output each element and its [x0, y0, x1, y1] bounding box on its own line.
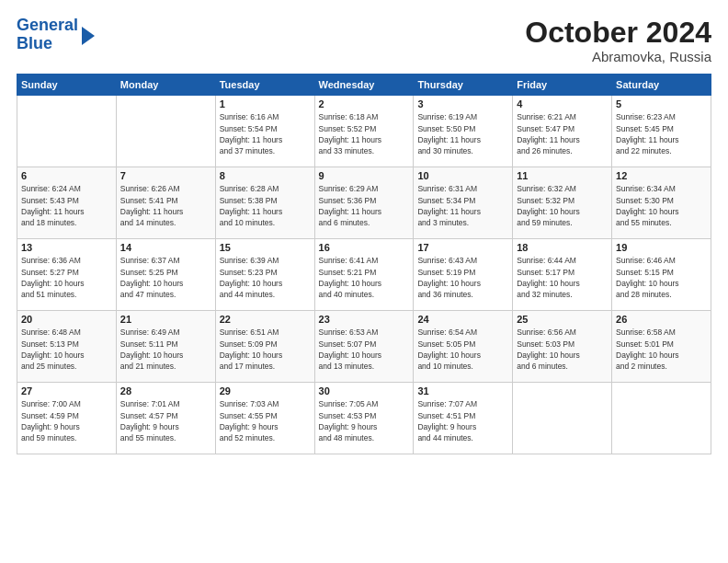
- day-info: Sunrise: 6:37 AM Sunset: 5:25 PM Dayligh…: [120, 255, 211, 300]
- day-number: 20: [21, 314, 112, 325]
- day-info: Sunrise: 7:00 AM Sunset: 4:59 PM Dayligh…: [21, 398, 112, 443]
- day-cell: [612, 383, 711, 454]
- day-info: Sunrise: 6:51 AM Sunset: 5:09 PM Dayligh…: [220, 327, 311, 372]
- day-cell: 25Sunrise: 6:56 AM Sunset: 5:03 PM Dayli…: [513, 311, 612, 383]
- day-number: 14: [120, 242, 211, 253]
- day-cell: 10Sunrise: 6:31 AM Sunset: 5:34 PM Dayli…: [414, 167, 513, 239]
- header-sunday: Sunday: [17, 75, 117, 96]
- location-title: Abramovka, Russia: [525, 49, 711, 64]
- day-info: Sunrise: 6:23 AM Sunset: 5:45 PM Dayligh…: [616, 111, 707, 156]
- day-info: Sunrise: 6:29 AM Sunset: 5:36 PM Dayligh…: [319, 183, 410, 228]
- logo: General Blue: [17, 17, 95, 53]
- day-cell: 21Sunrise: 6:49 AM Sunset: 5:11 PM Dayli…: [116, 311, 215, 383]
- title-block: October 2024 Abramovka, Russia: [525, 17, 711, 64]
- day-cell: 5Sunrise: 6:23 AM Sunset: 5:45 PM Daylig…: [612, 96, 711, 167]
- day-cell: 18Sunrise: 6:44 AM Sunset: 5:17 PM Dayli…: [513, 239, 612, 311]
- header-tuesday: Tuesday: [215, 75, 314, 96]
- day-cell: 12Sunrise: 6:34 AM Sunset: 5:30 PM Dayli…: [612, 167, 711, 239]
- day-number: 2: [319, 98, 410, 109]
- day-number: 30: [319, 385, 410, 396]
- day-number: 5: [616, 98, 707, 109]
- day-info: Sunrise: 6:46 AM Sunset: 5:15 PM Dayligh…: [616, 255, 707, 300]
- day-number: 6: [21, 170, 112, 181]
- page: General Blue October 2024 Abramovka, Rus…: [0, 0, 728, 563]
- day-info: Sunrise: 6:56 AM Sunset: 5:03 PM Dayligh…: [517, 327, 608, 372]
- day-cell: 3Sunrise: 6:19 AM Sunset: 5:50 PM Daylig…: [414, 96, 513, 167]
- day-cell: 6Sunrise: 6:24 AM Sunset: 5:43 PM Daylig…: [17, 167, 117, 239]
- day-number: 17: [417, 242, 508, 253]
- day-cell: 29Sunrise: 7:03 AM Sunset: 4:55 PM Dayli…: [215, 383, 314, 454]
- week-row-5: 27Sunrise: 7:00 AM Sunset: 4:59 PM Dayli…: [17, 383, 711, 454]
- header-thursday: Thursday: [414, 75, 513, 96]
- day-info: Sunrise: 6:16 AM Sunset: 5:54 PM Dayligh…: [220, 111, 311, 156]
- day-info: Sunrise: 6:53 AM Sunset: 5:07 PM Dayligh…: [319, 327, 410, 372]
- calendar-header-row: Sunday Monday Tuesday Wednesday Thursday…: [17, 75, 711, 96]
- day-info: Sunrise: 6:44 AM Sunset: 5:17 PM Dayligh…: [517, 255, 608, 300]
- day-info: Sunrise: 6:28 AM Sunset: 5:38 PM Dayligh…: [220, 183, 311, 228]
- day-number: 9: [319, 170, 410, 181]
- header-saturday: Saturday: [612, 75, 711, 96]
- day-info: Sunrise: 7:05 AM Sunset: 4:53 PM Dayligh…: [319, 398, 410, 443]
- day-info: Sunrise: 6:36 AM Sunset: 5:27 PM Dayligh…: [21, 255, 112, 300]
- day-info: Sunrise: 6:39 AM Sunset: 5:23 PM Dayligh…: [220, 255, 311, 300]
- day-cell: 16Sunrise: 6:41 AM Sunset: 5:21 PM Dayli…: [314, 239, 414, 311]
- day-cell: 8Sunrise: 6:28 AM Sunset: 5:38 PM Daylig…: [215, 167, 314, 239]
- day-cell: 1Sunrise: 6:16 AM Sunset: 5:54 PM Daylig…: [215, 96, 314, 167]
- day-info: Sunrise: 6:31 AM Sunset: 5:34 PM Dayligh…: [417, 183, 508, 228]
- day-number: 27: [21, 385, 112, 396]
- day-cell: 22Sunrise: 6:51 AM Sunset: 5:09 PM Dayli…: [215, 311, 314, 383]
- day-info: Sunrise: 6:58 AM Sunset: 5:01 PM Dayligh…: [616, 327, 707, 372]
- day-cell: 20Sunrise: 6:48 AM Sunset: 5:13 PM Dayli…: [17, 311, 117, 383]
- day-number: 24: [417, 314, 508, 325]
- week-row-3: 13Sunrise: 6:36 AM Sunset: 5:27 PM Dayli…: [17, 239, 711, 311]
- day-number: 8: [220, 170, 311, 181]
- day-cell: 7Sunrise: 6:26 AM Sunset: 5:41 PM Daylig…: [116, 167, 215, 239]
- logo-line2: Blue: [17, 35, 78, 53]
- day-number: 13: [21, 242, 112, 253]
- day-number: 31: [417, 385, 508, 396]
- day-number: 22: [220, 314, 311, 325]
- day-number: 23: [319, 314, 410, 325]
- header-friday: Friday: [513, 75, 612, 96]
- day-info: Sunrise: 6:21 AM Sunset: 5:47 PM Dayligh…: [517, 111, 608, 156]
- day-cell: [513, 383, 612, 454]
- week-row-4: 20Sunrise: 6:48 AM Sunset: 5:13 PM Dayli…: [17, 311, 711, 383]
- day-cell: 2Sunrise: 6:18 AM Sunset: 5:52 PM Daylig…: [314, 96, 414, 167]
- day-info: Sunrise: 6:18 AM Sunset: 5:52 PM Dayligh…: [319, 111, 410, 156]
- day-cell: 23Sunrise: 6:53 AM Sunset: 5:07 PM Dayli…: [314, 311, 414, 383]
- day-number: 4: [517, 98, 608, 109]
- day-cell: 30Sunrise: 7:05 AM Sunset: 4:53 PM Dayli…: [314, 383, 414, 454]
- day-info: Sunrise: 6:26 AM Sunset: 5:41 PM Dayligh…: [120, 183, 211, 228]
- day-number: 18: [517, 242, 608, 253]
- header-monday: Monday: [116, 75, 215, 96]
- day-number: 16: [319, 242, 410, 253]
- day-info: Sunrise: 6:19 AM Sunset: 5:50 PM Dayligh…: [417, 111, 508, 156]
- day-info: Sunrise: 6:34 AM Sunset: 5:30 PM Dayligh…: [616, 183, 707, 228]
- day-info: Sunrise: 7:03 AM Sunset: 4:55 PM Dayligh…: [220, 398, 311, 443]
- day-info: Sunrise: 6:32 AM Sunset: 5:32 PM Dayligh…: [517, 183, 608, 228]
- calendar-table: Sunday Monday Tuesday Wednesday Thursday…: [17, 74, 711, 454]
- day-cell: 24Sunrise: 6:54 AM Sunset: 5:05 PM Dayli…: [414, 311, 513, 383]
- day-cell: 9Sunrise: 6:29 AM Sunset: 5:36 PM Daylig…: [314, 167, 414, 239]
- week-row-2: 6Sunrise: 6:24 AM Sunset: 5:43 PM Daylig…: [17, 167, 711, 239]
- day-info: Sunrise: 6:48 AM Sunset: 5:13 PM Dayligh…: [21, 327, 112, 372]
- day-cell: 13Sunrise: 6:36 AM Sunset: 5:27 PM Dayli…: [17, 239, 117, 311]
- day-cell: 31Sunrise: 7:07 AM Sunset: 4:51 PM Dayli…: [414, 383, 513, 454]
- day-info: Sunrise: 6:24 AM Sunset: 5:43 PM Dayligh…: [21, 183, 112, 228]
- day-info: Sunrise: 7:07 AM Sunset: 4:51 PM Dayligh…: [417, 398, 508, 443]
- week-row-1: 1Sunrise: 6:16 AM Sunset: 5:54 PM Daylig…: [17, 96, 711, 167]
- day-number: 29: [220, 385, 311, 396]
- day-cell: [17, 96, 117, 167]
- day-number: 28: [120, 385, 211, 396]
- logo-line1: General: [17, 17, 78, 35]
- day-cell: 26Sunrise: 6:58 AM Sunset: 5:01 PM Dayli…: [612, 311, 711, 383]
- header: General Blue October 2024 Abramovka, Rus…: [17, 17, 711, 64]
- day-cell: 19Sunrise: 6:46 AM Sunset: 5:15 PM Dayli…: [612, 239, 711, 311]
- day-number: 19: [616, 242, 707, 253]
- day-number: 11: [517, 170, 608, 181]
- day-info: Sunrise: 6:43 AM Sunset: 5:19 PM Dayligh…: [417, 255, 508, 300]
- day-number: 26: [616, 314, 707, 325]
- day-cell: 4Sunrise: 6:21 AM Sunset: 5:47 PM Daylig…: [513, 96, 612, 167]
- day-cell: 27Sunrise: 7:00 AM Sunset: 4:59 PM Dayli…: [17, 383, 117, 454]
- day-cell: 14Sunrise: 6:37 AM Sunset: 5:25 PM Dayli…: [116, 239, 215, 311]
